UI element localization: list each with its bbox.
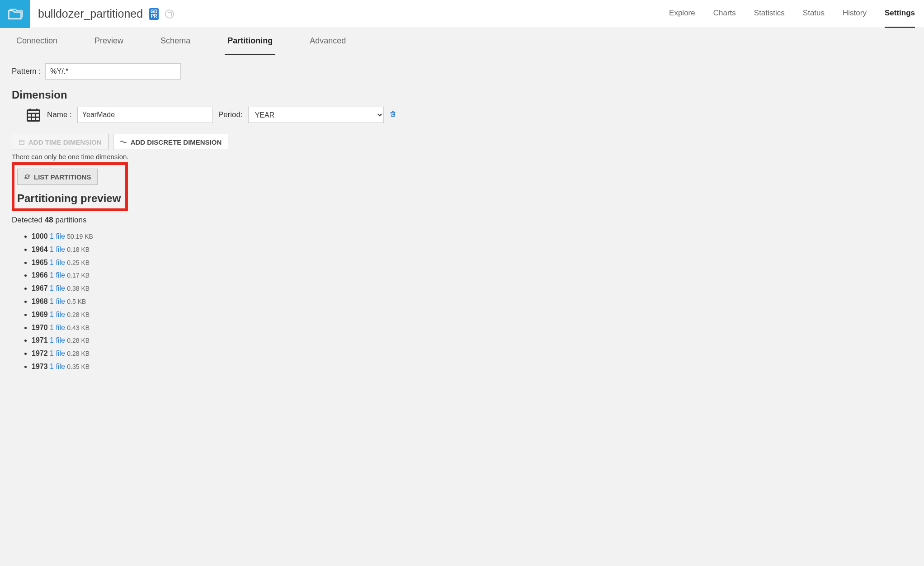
partition-size: 0.38 KB xyxy=(67,285,90,292)
partition-files-link[interactable]: 1 file xyxy=(50,363,65,370)
dimension-name-input[interactable] xyxy=(77,107,213,123)
subtab-partitioning[interactable]: Partitioning xyxy=(225,28,275,55)
partitions-list: 1000 1 file 50.19 KB1964 1 file 0.18 KB1… xyxy=(12,230,912,373)
dataset-icon-tile[interactable] xyxy=(0,0,30,28)
partition-size: 0.28 KB xyxy=(67,337,90,344)
svg-rect-7 xyxy=(19,140,24,144)
nav-history[interactable]: History xyxy=(843,0,867,28)
partition-files-link[interactable]: 1 file xyxy=(50,271,65,279)
svg-rect-0 xyxy=(28,110,40,121)
add-discrete-dimension-button[interactable]: ADD DISCRETE DIMENSION xyxy=(113,134,229,150)
partition-name: 1965 xyxy=(32,259,48,266)
partitioning-preview-heading: Partitioning preview xyxy=(17,192,121,205)
partition-name: 1972 xyxy=(32,349,48,357)
partition-item: 1967 1 file 0.38 KB xyxy=(32,282,912,295)
partition-size: 0.35 KB xyxy=(67,363,90,370)
partition-files-link[interactable]: 1 file xyxy=(50,259,65,266)
subtab-advanced[interactable]: Advanced xyxy=(307,28,349,55)
add-time-dimension-button: ADD TIME DIMENSION xyxy=(12,134,108,150)
refresh-status-icon[interactable] xyxy=(165,9,174,19)
partition-size: 0.43 KB xyxy=(67,324,90,331)
partition-name: 1973 xyxy=(32,363,48,370)
folder-icon xyxy=(7,6,23,22)
title-area: bulldozer_partitioned GD PR xyxy=(30,7,669,20)
partition-item: 1966 1 file 0.17 KB xyxy=(32,269,912,282)
partition-files-link[interactable]: 1 file xyxy=(50,349,65,357)
top-bar: bulldozer_partitioned GD PR ExploreChart… xyxy=(0,0,924,28)
nav-statistics[interactable]: Statistics xyxy=(754,0,785,28)
nav-status[interactable]: Status xyxy=(803,0,825,28)
dimension-heading: Dimension xyxy=(12,89,912,101)
discrete-icon xyxy=(120,139,127,145)
partition-size: 0.5 KB xyxy=(67,298,86,305)
subtab-connection[interactable]: Connection xyxy=(14,28,60,55)
gdpr-badge[interactable]: GD PR xyxy=(149,8,159,20)
partition-item: 1973 1 file 0.35 KB xyxy=(32,360,912,373)
pattern-row: Pattern : xyxy=(12,63,912,80)
partition-files-link[interactable]: 1 file xyxy=(50,232,65,240)
partition-item: 1971 1 file 0.28 KB xyxy=(32,334,912,347)
partition-size: 0.25 KB xyxy=(67,259,90,266)
settings-subtabs: ConnectionPreviewSchemaPartitioningAdvan… xyxy=(0,28,924,55)
dataset-title: bulldozer_partitioned xyxy=(38,7,143,20)
highlight-box: LIST PARTITIONS Partitioning preview xyxy=(12,162,128,211)
dimension-period-select[interactable]: YEAR xyxy=(248,107,384,123)
partition-name: 1000 xyxy=(32,232,48,240)
delete-dimension-icon[interactable] xyxy=(389,110,396,120)
pattern-label: Pattern : xyxy=(12,67,41,76)
detected-count: Detected 48 partitions xyxy=(12,216,912,225)
partition-files-link[interactable]: 1 file xyxy=(50,245,65,253)
partition-files-link[interactable]: 1 file xyxy=(50,311,65,318)
partition-files-link[interactable]: 1 file xyxy=(50,297,65,305)
dimension-row: Name : Period: YEAR xyxy=(25,107,912,123)
partition-item: 1965 1 file 0.25 KB xyxy=(32,256,912,269)
partition-name: 1966 xyxy=(32,271,48,279)
dimension-buttons: ADD TIME DIMENSION ADD DISCRETE DIMENSIO… xyxy=(12,134,912,150)
pattern-input[interactable] xyxy=(45,63,181,80)
subtab-preview[interactable]: Preview xyxy=(92,28,126,55)
subtab-schema[interactable]: Schema xyxy=(158,28,193,55)
dimension-name-label: Name : xyxy=(47,110,72,119)
nav-charts[interactable]: Charts xyxy=(713,0,736,28)
partition-name: 1971 xyxy=(32,336,48,344)
partition-files-link[interactable]: 1 file xyxy=(50,324,65,331)
partition-size: 0.28 KB xyxy=(67,311,90,318)
partition-name: 1970 xyxy=(32,324,48,331)
refresh-icon xyxy=(24,174,30,180)
partition-item: 1968 1 file 0.5 KB xyxy=(32,295,912,308)
partition-size: 0.28 KB xyxy=(67,350,90,357)
partition-size: 50.19 KB xyxy=(67,233,93,240)
partition-size: 0.18 KB xyxy=(67,246,90,253)
nav-explore[interactable]: Explore xyxy=(669,0,695,28)
calendar-icon xyxy=(25,107,42,123)
partition-item: 1972 1 file 0.28 KB xyxy=(32,347,912,360)
partition-name: 1969 xyxy=(32,311,48,318)
partition-files-link[interactable]: 1 file xyxy=(50,336,65,344)
time-dimension-hint: There can only be one time dimension. xyxy=(12,153,912,160)
partition-name: 1968 xyxy=(32,297,48,305)
partition-item: 1969 1 file 0.28 KB xyxy=(32,308,912,321)
partitioning-content: Pattern : Dimension Name : Period: YEAR xyxy=(0,55,924,382)
top-nav: ExploreChartsStatisticsStatusHistorySett… xyxy=(669,0,924,28)
partition-item: 1000 1 file 50.19 KB xyxy=(32,230,912,243)
partition-files-link[interactable]: 1 file xyxy=(50,284,65,292)
partition-name: 1964 xyxy=(32,245,48,253)
list-partitions-button[interactable]: LIST PARTITIONS xyxy=(17,169,98,185)
partition-size: 0.17 KB xyxy=(67,272,90,279)
partition-item: 1964 1 file 0.18 KB xyxy=(32,243,912,256)
nav-settings[interactable]: Settings xyxy=(885,0,915,28)
partition-item: 1970 1 file 0.43 KB xyxy=(32,321,912,335)
calendar-small-icon xyxy=(19,139,25,145)
partition-name: 1967 xyxy=(32,284,48,292)
dimension-period-label: Period: xyxy=(218,110,243,119)
